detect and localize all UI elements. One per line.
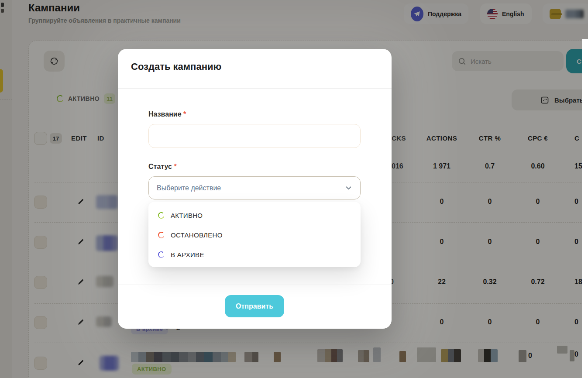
status-option-active[interactable]: АКТИВНО bbox=[148, 205, 361, 225]
stopped-ring-icon bbox=[158, 232, 165, 238]
submit-button[interactable]: Отправить bbox=[225, 295, 284, 317]
status-dropdown: АКТИВНО ОСТАНОВЛЕНО В АРХИВЕ bbox=[148, 202, 361, 267]
campaigns-page: Кампании Группируйте объявления в практи… bbox=[0, 0, 588, 378]
required-asterisk: * bbox=[174, 163, 176, 170]
modal-title: Создать кампанию bbox=[131, 61, 221, 72]
status-select-placeholder: Выберите действие bbox=[157, 184, 221, 192]
divider bbox=[118, 88, 392, 89]
required-asterisk: * bbox=[183, 110, 186, 118]
campaign-name-input[interactable] bbox=[148, 124, 361, 148]
status-select[interactable]: Выберите действие bbox=[148, 176, 361, 199]
active-ring-icon bbox=[158, 212, 165, 219]
right-edge-strip bbox=[582, 39, 588, 378]
status-field-label: Статус * bbox=[148, 163, 177, 171]
archive-ring-icon bbox=[158, 251, 165, 258]
name-field-label: Название * bbox=[148, 110, 186, 118]
status-option-stopped[interactable]: ОСТАНОВЛЕНО bbox=[148, 225, 361, 245]
status-option-archive[interactable]: В АРХИВЕ bbox=[148, 244, 361, 265]
chevron-down-icon bbox=[345, 184, 352, 192]
divider bbox=[118, 285, 392, 285]
create-campaign-modal: Создать кампанию Название * Статус * Выб… bbox=[118, 49, 392, 329]
